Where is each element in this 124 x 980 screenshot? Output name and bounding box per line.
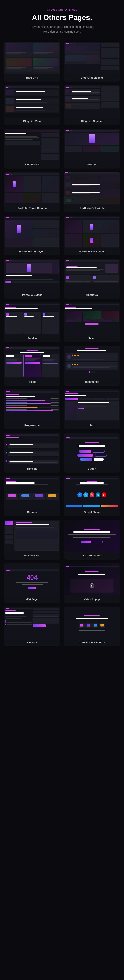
facebook-icon: f: [77, 492, 82, 497]
thumb-call-to-action: [64, 520, 120, 552]
thumb-blog-list-sidebar: [64, 85, 120, 118]
card-label-blog-details: Blog Details: [4, 161, 60, 169]
card-label-team: Team: [64, 335, 120, 342]
thumb-video-popup: ▶: [64, 563, 120, 595]
card-portfolio-three-column[interactable]: Portfolio Three Column: [4, 172, 60, 212]
thumb-coming-soon-more: [64, 606, 120, 639]
card-label-counter: Counter: [4, 509, 60, 516]
thumb-portfolio-details: [4, 259, 60, 291]
thumb-portfolio: [64, 129, 120, 161]
thumb-tab: [64, 389, 120, 422]
thumb-portfolio-grid-layout: [4, 216, 60, 248]
card-label-call-to-action: Call To Action: [64, 552, 120, 560]
card-testimonial[interactable]: Testimonial: [64, 346, 120, 386]
card-label-portfolio-details: Portfolio Details: [4, 291, 60, 299]
card-timeline[interactable]: Timeline: [4, 433, 60, 473]
card-label-portfolio-grid-layout: Portfolio Grid Layout: [4, 248, 60, 255]
card-label-testimonial: Testimonial: [64, 378, 120, 386]
card-label-blog-grid-sidebar: Blog Grid Sidebar: [64, 74, 120, 82]
card-label-timeline: Timeline: [4, 465, 60, 473]
thumb-blog-details: [4, 129, 60, 161]
card-label-video-popup: Video Popup: [64, 595, 120, 603]
card-portfolio[interactable]: Portfolio: [64, 129, 120, 169]
card-blog-grid-sidebar[interactable]: Blog Grid Sidebar: [64, 42, 120, 82]
card-label-progressbar: Progressbar: [4, 422, 60, 429]
card-about-us[interactable]: About Us: [64, 259, 120, 299]
thumb-pricing: [4, 346, 60, 378]
card-label-pricing: Pricing: [4, 378, 60, 386]
card-label-advance-tab: Advance Tab: [4, 552, 60, 560]
404-number: 404: [27, 574, 38, 581]
card-label-service: Service: [4, 335, 60, 342]
card-portfolio-details[interactable]: Portfolio Details: [4, 259, 60, 299]
card-blog-list-sidebar[interactable]: Blog List Sidebar: [64, 85, 120, 125]
card-counter[interactable]: Counter: [4, 476, 60, 516]
choose-label: Choose One Of Styles: [4, 8, 120, 11]
thumb-blog-grid: [4, 42, 60, 74]
thumb-service: [4, 302, 60, 335]
card-team[interactable]: Team: [64, 302, 120, 342]
subtitle: Have a nice inner pages include in doob …: [4, 25, 120, 34]
instagram-icon: ◎: [89, 492, 94, 497]
card-portfolio-full-width[interactable]: Portfolio Full Width: [64, 172, 120, 212]
card-advance-tab[interactable]: Advance Tab: [4, 520, 60, 560]
card-404-page[interactable]: 404 404 Page: [4, 563, 60, 603]
thumb-button: [64, 433, 120, 465]
page-wrapper: Choose One Of Styles All Others Pages. H…: [0, 0, 124, 654]
card-call-to-action[interactable]: Call To Action: [64, 520, 120, 560]
card-label-contact: Contact: [4, 639, 60, 646]
thumb-blog-grid-sidebar: [64, 42, 120, 74]
page-header: Choose One Of Styles All Others Pages. H…: [0, 0, 124, 40]
card-tab[interactable]: Tab: [64, 389, 120, 429]
card-contact[interactable]: Contact: [4, 606, 60, 646]
card-label-blog-list-view: Blog List View: [4, 118, 60, 125]
card-label-button: Button: [64, 465, 120, 473]
card-label-blog-grid: Blog Grid: [4, 74, 60, 82]
card-portfolio-grid-layout[interactable]: Portfolio Grid Layout: [4, 216, 60, 255]
page-title: All Others Pages.: [4, 13, 120, 22]
thumb-portfolio-box-layout: [64, 216, 120, 248]
thumb-404-page: 404: [4, 563, 60, 595]
thumb-portfolio-full-width: [64, 172, 120, 205]
thumb-contact: [4, 606, 60, 639]
card-portfolio-box-layout[interactable]: Portfolio Box Layout: [64, 216, 120, 255]
linkedin-icon: in: [96, 492, 100, 497]
cards-grid: Blog Grid B: [0, 40, 124, 654]
card-label-portfolio-box-layout: Portfolio Box Layout: [64, 248, 120, 255]
thumb-advance-tab: [4, 520, 60, 552]
youtube-icon: ▶: [102, 492, 107, 497]
card-service[interactable]: Service: [4, 302, 60, 342]
card-label-portfolio-full-width: Portfolio Full Width: [64, 205, 120, 212]
card-label-portfolio-three-column: Portfolio Three Column: [4, 205, 60, 212]
card-blog-list-view[interactable]: Blog List View: [4, 85, 60, 125]
card-label-social-share: Social Share: [64, 509, 120, 516]
card-video-popup[interactable]: ▶ Video Popup: [64, 563, 120, 603]
card-label-404-page: 404 Page: [4, 595, 60, 603]
thumb-counter: [4, 476, 60, 509]
thumb-timeline: [4, 433, 60, 465]
thumb-portfolio-three-column: [4, 172, 60, 205]
card-button[interactable]: Button: [64, 433, 120, 473]
card-label-blog-list-sidebar: Blog List Sidebar: [64, 118, 120, 125]
card-social-share[interactable]: f 𝕏 ◎ in ▶ Social Share: [64, 476, 120, 516]
thumb-testimonial: [64, 346, 120, 378]
thumb-progressbar: [4, 389, 60, 422]
card-blog-details[interactable]: Blog Details: [4, 129, 60, 169]
thumb-team: [64, 302, 120, 335]
card-coming-soon-more[interactable]: COMING SOON More: [64, 606, 120, 646]
thumb-blog-list-view: [4, 85, 60, 118]
thumb-social-share: f 𝕏 ◎ in ▶: [64, 476, 120, 509]
play-icon: ▶: [89, 583, 94, 588]
card-progressbar[interactable]: Progressbar: [4, 389, 60, 429]
twitter-icon: 𝕏: [83, 492, 88, 497]
card-pricing[interactable]: Pricing: [4, 346, 60, 386]
card-label-portfolio: Portfolio: [64, 161, 120, 169]
card-label-tab: Tab: [64, 422, 120, 429]
thumb-about-us: [64, 259, 120, 291]
card-label-about-us: About Us: [64, 291, 120, 299]
card-blog-grid[interactable]: Blog Grid: [4, 42, 60, 82]
card-label-coming-soon-more: COMING SOON More: [64, 639, 120, 646]
